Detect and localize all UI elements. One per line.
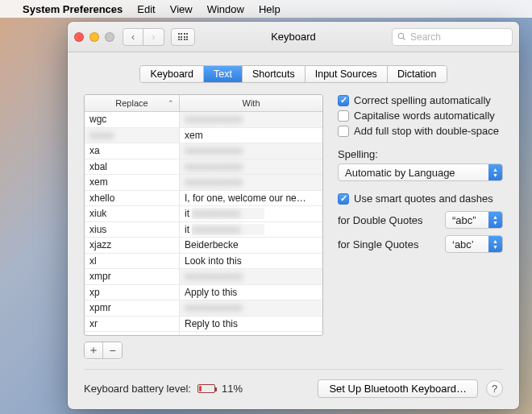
cell-with[interactable]: xxxxxxxxxxxx xyxy=(180,112,322,127)
remove-button[interactable]: − xyxy=(103,342,122,358)
cell-replace[interactable]: xius xyxy=(85,222,180,238)
table-row[interactable]: xiukit xxxxxxxxxx xyxy=(85,206,322,222)
nav-back-forward: ‹ › xyxy=(123,28,164,46)
table-row[interactable]: xrReply to this xyxy=(85,317,322,333)
system-menubar: System Preferences Edit View Window Help xyxy=(0,0,532,18)
menubar-item-window[interactable]: Window xyxy=(207,3,244,15)
help-button[interactable]: ? xyxy=(486,380,503,397)
checkbox-icon xyxy=(338,193,349,205)
cell-with[interactable]: Beiderbecke xyxy=(180,238,322,253)
cell-with[interactable]: xxxxxxxxxxxx xyxy=(180,143,322,159)
replacements-table: Replace ⌃ With wgcxxxxxxxxxxxxxxxxxxemxa… xyxy=(84,94,323,336)
sort-caret-icon: ⌃ xyxy=(168,99,174,107)
tab-dictation[interactable]: Dictation xyxy=(388,66,447,82)
search-field[interactable] xyxy=(392,28,513,46)
table-row[interactable]: xemxxxxxxxxxxxx xyxy=(85,175,322,191)
cell-with[interactable]: OS X's own text expansion xyxy=(180,332,322,335)
table-row[interactable]: xpmrxxxxxxxxxxxx xyxy=(85,300,322,317)
battery-percent: 11% xyxy=(222,383,243,395)
column-header-replace[interactable]: Replace ⌃ xyxy=(85,95,180,111)
options-panel: Correct spelling automatically Capitalis… xyxy=(338,94,503,359)
cell-with[interactable]: xxxxxxxxxxxx xyxy=(180,159,322,175)
capitalise-words-checkbox[interactable]: Capitalise words automatically xyxy=(338,110,503,122)
content-area: Keyboard Text Shortcuts Input Sources Di… xyxy=(68,52,519,409)
spelling-label: Spelling: xyxy=(338,148,503,160)
close-icon[interactable] xyxy=(74,32,84,42)
double-quotes-label: for Double Quotes xyxy=(338,214,438,226)
full-stop-checkbox[interactable]: Add full stop with double-space xyxy=(338,125,503,137)
setup-bluetooth-keyboard-button[interactable]: Set Up Bluetooth Keyboard… xyxy=(318,379,478,398)
cell-with[interactable]: it xxxxxxxxxx xyxy=(180,222,322,238)
traffic-lights xyxy=(74,32,114,42)
cell-with[interactable]: Reply to this xyxy=(180,317,322,332)
cell-with[interactable]: xxxxxxxxxxxx xyxy=(180,269,322,284)
tab-keyboard[interactable]: Keyboard xyxy=(140,66,204,82)
cell-replace[interactable]: xpmr xyxy=(85,300,180,316)
cell-replace[interactable]: xiuk xyxy=(85,206,180,221)
cell-replace[interactable]: xshortcut xyxy=(85,332,180,335)
show-all-button[interactable] xyxy=(171,28,195,46)
tab-input-sources[interactable]: Input Sources xyxy=(305,66,388,82)
spelling-select[interactable]: Automatic by Language ▲▼ xyxy=(338,164,503,181)
tab-bar: Keyboard Text Shortcuts Input Sources Di… xyxy=(139,65,447,83)
cell-replace[interactable]: xr xyxy=(85,317,180,332)
single-quotes-label: for Single Quotes xyxy=(338,238,438,250)
table-row[interactable]: xaxxxxxxxxxxxx xyxy=(85,143,322,159)
footer: Keyboard battery level: 11% Set Up Bluet… xyxy=(84,369,503,398)
grid-icon xyxy=(178,33,189,40)
double-quotes-select[interactable]: “abc” ▲▼ xyxy=(445,211,503,229)
back-button[interactable]: ‹ xyxy=(123,28,143,46)
cell-replace[interactable]: wgc xyxy=(85,112,180,127)
table-body: wgcxxxxxxxxxxxxxxxxxxemxaxxxxxxxxxxxxxba… xyxy=(85,112,322,335)
cell-with[interactable]: xxxxxxxxxxxx xyxy=(180,300,322,316)
add-remove-buttons: ＋ − xyxy=(84,342,123,359)
minimize-icon[interactable] xyxy=(89,32,99,42)
cell-replace[interactable]: xl xyxy=(85,254,180,269)
table-row[interactable]: xlLook into this xyxy=(85,254,322,270)
cell-replace[interactable]: xa xyxy=(85,143,180,159)
correct-spelling-checkbox[interactable]: Correct spelling automatically xyxy=(338,94,503,106)
table-row[interactable]: xhelloI, for one, welcome our ne… xyxy=(85,191,322,207)
table-row[interactable]: xshortcutOS X's own text expansion xyxy=(85,332,322,335)
table-row[interactable]: xpApply to this xyxy=(85,285,322,301)
cell-replace[interactable]: xmpr xyxy=(85,269,180,284)
menubar-item-help[interactable]: Help xyxy=(259,3,281,15)
cell-replace[interactable]: xem xyxy=(85,175,180,190)
stepper-arrows-icon: ▲▼ xyxy=(488,212,502,228)
table-row[interactable]: wgcxxxxxxxxxxxx xyxy=(85,112,322,128)
tab-text[interactable]: Text xyxy=(204,66,243,82)
search-input[interactable] xyxy=(410,31,507,43)
tab-shortcuts[interactable]: Shortcuts xyxy=(243,66,305,82)
single-quotes-select[interactable]: ‘abc’ ▲▼ xyxy=(445,235,503,253)
cell-replace[interactable]: xxxxx xyxy=(85,128,180,143)
checkbox-icon xyxy=(338,95,349,106)
cell-with[interactable]: xxxxxxxxxxxx xyxy=(180,175,322,190)
cell-with[interactable]: Look into this xyxy=(180,254,322,269)
cell-replace[interactable]: xhello xyxy=(85,191,180,206)
table-row[interactable]: xxxxxxem xyxy=(85,128,322,144)
cell-with[interactable]: Apply to this xyxy=(180,285,322,300)
menubar-item-view[interactable]: View xyxy=(170,3,193,15)
preferences-window: ‹ › Keyboard Keyboard Text Shortcuts Inp… xyxy=(68,22,519,409)
cell-with[interactable]: it xxxxxxxxxx xyxy=(180,206,322,221)
forward-button: › xyxy=(143,28,164,46)
table-row[interactable]: xbalxxxxxxxxxxxx xyxy=(85,159,322,176)
table-row[interactable]: xiusit xxxxxxxxxx xyxy=(85,222,322,238)
cell-replace[interactable]: xp xyxy=(85,285,180,300)
zoom-icon xyxy=(105,32,114,42)
battery-icon xyxy=(197,384,215,393)
table-row[interactable]: xjazzBeiderbecke xyxy=(85,238,322,254)
menubar-item-edit[interactable]: Edit xyxy=(137,3,155,15)
column-header-with[interactable]: With xyxy=(180,95,322,111)
smart-quotes-checkbox[interactable]: Use smart quotes and dashes xyxy=(338,193,503,205)
cell-replace[interactable]: xjazz xyxy=(85,238,180,253)
cell-replace[interactable]: xbal xyxy=(85,159,180,175)
table-row[interactable]: xmprxxxxxxxxxxxx xyxy=(85,269,322,285)
add-button[interactable]: ＋ xyxy=(85,342,103,358)
checkbox-icon xyxy=(338,126,349,137)
cell-with[interactable]: I, for one, welcome our ne… xyxy=(180,191,322,206)
stepper-arrows-icon: ▲▼ xyxy=(488,164,502,180)
cell-with[interactable]: xem xyxy=(180,128,322,143)
search-icon xyxy=(397,32,406,41)
menubar-app-name[interactable]: System Preferences xyxy=(23,3,123,15)
